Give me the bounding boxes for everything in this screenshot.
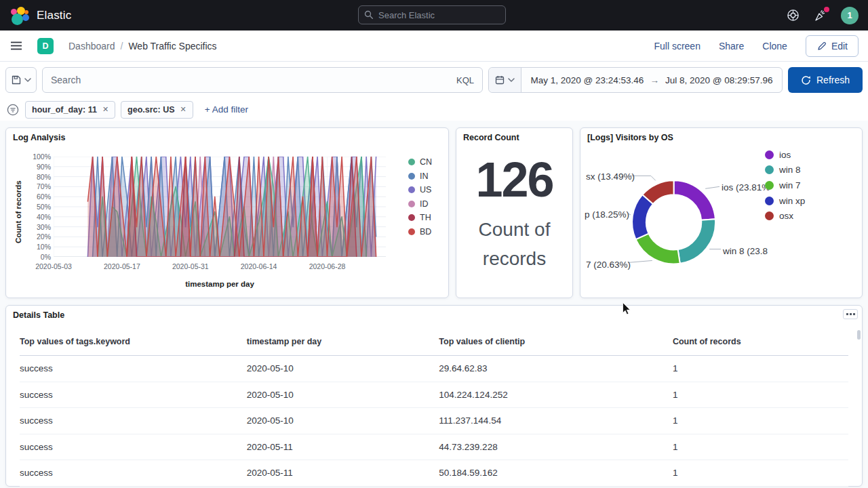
table-cell: 1	[673, 468, 848, 478]
panel-options-button[interactable]	[843, 309, 858, 319]
newsfeed-icon[interactable]	[814, 9, 827, 22]
legend-item-TH[interactable]: TH	[408, 214, 432, 222]
legend-item-win-8[interactable]: win 8	[765, 165, 805, 175]
full-screen-button[interactable]: Full screen	[654, 41, 700, 52]
table-body: success2020-05-1029.64.62.831success2020…	[20, 356, 848, 487]
table-cell: 111.237.144.54	[439, 415, 673, 426]
breadcrumb: Dashboard / Web Traffic Specifics	[68, 41, 217, 52]
legend-item-ios[interactable]: ios	[765, 150, 805, 159]
table-cell: 2020-05-11	[247, 442, 439, 452]
area-chart[interactable]	[54, 157, 386, 257]
chart-legend: CNINUSIDTHBD	[408, 158, 432, 242]
table-cell: 104.224.124.252	[439, 390, 673, 400]
global-header: Elastic 1	[0, 0, 868, 30]
save-icon	[12, 75, 21, 85]
legend-item-ID[interactable]: ID	[408, 200, 432, 208]
area-series-BD[interactable]	[87, 157, 376, 257]
query-bar: KQL May 1, 2020 @ 23:24:53.46 → Jul 8, 2…	[0, 62, 868, 98]
x-tick-label: 2020-05-31	[162, 262, 219, 270]
y-tick-label: 80%	[37, 173, 51, 181]
legend-dot	[765, 181, 774, 190]
elastic-logo-icon[interactable]	[9, 5, 29, 26]
table-row: success2020-05-1150.184.59.1621	[20, 460, 848, 487]
legend-label: osx	[779, 211, 793, 221]
kql-search-field[interactable]: KQL	[42, 67, 483, 93]
legend-label: win 7	[779, 180, 801, 190]
add-filter-button[interactable]: + Add filter	[205, 104, 248, 115]
edit-button[interactable]: Edit	[806, 35, 859, 57]
legend-label: US	[420, 185, 431, 195]
date-start-button[interactable]: May 1, 2020 @ 23:24:53.46	[531, 75, 644, 85]
kql-language-button[interactable]: KQL	[450, 75, 474, 85]
donut-callout-label: p (18.25%)	[585, 209, 629, 220]
date-range: May 1, 2020 @ 23:24:53.46 → Jul 8, 2020 …	[521, 75, 782, 85]
notification-badge	[824, 7, 829, 12]
table-cell: success	[20, 468, 247, 478]
legend-item-US[interactable]: US	[408, 186, 432, 194]
arrow-right-icon: →	[650, 75, 659, 85]
legend-dot	[408, 186, 415, 193]
legend-dot	[408, 214, 415, 221]
date-end-button[interactable]: Jul 8, 2020 @ 08:29:57.96	[665, 75, 773, 85]
column-header: Count of records	[673, 337, 848, 346]
scrollbar-thumb[interactable]	[857, 330, 861, 340]
donut-slice-win-8[interactable]	[678, 219, 715, 263]
pencil-icon	[816, 41, 827, 51]
x-tick-label: 2020-06-14	[231, 262, 288, 270]
table-cell: 44.73.239.228	[439, 442, 673, 452]
breadcrumb-dashboard[interactable]: Dashboard	[68, 41, 115, 52]
table-header-row: Top values of tags.keyword timestamp per…	[20, 337, 848, 356]
y-tick-label: 20%	[37, 232, 51, 241]
chevron-down-icon	[508, 78, 515, 82]
menu-icon[interactable]	[9, 39, 23, 52]
share-button[interactable]: Share	[719, 41, 744, 52]
donut-slice-ios[interactable]	[674, 180, 715, 220]
dashboard-nav-bar: D Dashboard / Web Traffic Specifics Full…	[0, 30, 868, 62]
global-search-input[interactable]	[378, 10, 500, 20]
table-row: success2020-05-1144.73.239.2281	[20, 434, 848, 461]
legend-dot	[408, 228, 415, 235]
chart-legend: ioswin 8win 7win xposx	[765, 150, 805, 226]
panel-visitors-by-os: [Logs] Visitors by OS sx (13.49%)ios (23…	[580, 127, 863, 298]
legend-item-osx[interactable]: osx	[765, 211, 805, 221]
close-icon[interactable]: ✕	[180, 105, 186, 114]
table-cell: 29.64.62.83	[439, 363, 673, 373]
clone-button[interactable]: Clone	[762, 41, 787, 52]
filter-options-icon[interactable]	[6, 103, 20, 117]
y-axis-label: Count of records	[14, 165, 22, 259]
donut-slice-win-7[interactable]	[635, 234, 679, 264]
global-search[interactable]	[358, 5, 506, 24]
legend-item-IN[interactable]: IN	[408, 172, 432, 180]
panel-record-count: Record Count 126 Count of records	[456, 127, 573, 298]
date-quick-menu-button[interactable]	[489, 68, 521, 92]
refresh-icon	[801, 75, 811, 85]
x-tick-label: 2020-06-28	[299, 262, 356, 270]
panel-details-table: Details Table Top values of tags.keyword…	[5, 305, 863, 487]
filter-pill-hour-of-day[interactable]: hour_of_day: 11 ✕	[25, 101, 115, 119]
legend-item-win-xp[interactable]: win xp	[765, 196, 805, 205]
saved-query-menu-button[interactable]	[5, 67, 37, 93]
query-input[interactable]	[51, 75, 450, 85]
table-cell: 50.184.59.162	[439, 468, 673, 478]
y-tick-label: 40%	[37, 213, 51, 221]
legend-item-BD[interactable]: BD	[408, 228, 432, 236]
date-picker: May 1, 2020 @ 23:24:53.46 → Jul 8, 2020 …	[488, 67, 783, 93]
table-row: success2020-05-10104.224.124.2521	[20, 382, 848, 409]
dashboard-app-badge[interactable]: D	[37, 38, 54, 54]
column-header: Top values of clientip	[439, 337, 673, 346]
table-cell: 2020-05-11	[247, 468, 439, 478]
user-avatar[interactable]: 1	[841, 7, 859, 24]
panel-title: Record Count	[463, 133, 519, 142]
table-cell: 1	[673, 390, 848, 400]
refresh-button[interactable]: Refresh	[788, 67, 863, 93]
donut-callout-label: win 8 (23.8	[723, 246, 768, 256]
legend-item-CN[interactable]: CN	[408, 158, 432, 166]
y-tick-label: 90%	[37, 163, 51, 171]
legend-item-win-7[interactable]: win 7	[765, 180, 805, 190]
table-row: success2020-05-10111.237.144.541	[20, 408, 848, 434]
table-row: success2020-05-1029.64.62.831	[20, 356, 848, 382]
filter-pill-geo-src[interactable]: geo.src: US ✕	[121, 101, 193, 119]
close-icon[interactable]: ✕	[102, 105, 108, 114]
help-icon[interactable]	[787, 9, 800, 22]
legend-dot	[765, 211, 774, 220]
